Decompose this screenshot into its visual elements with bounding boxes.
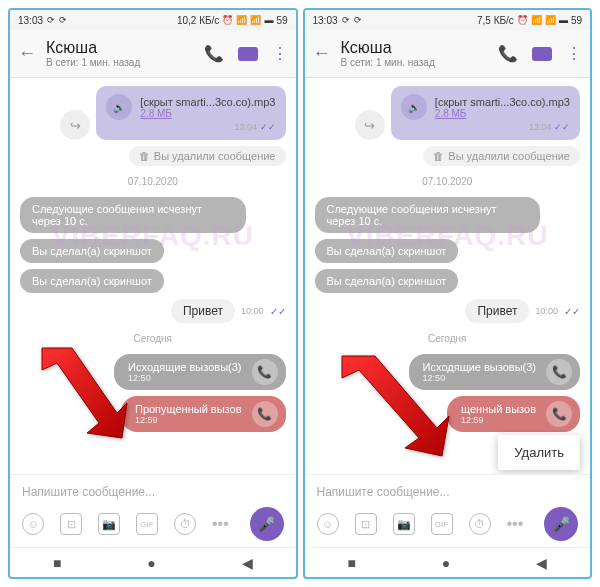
more-icon[interactable]: ⋮	[272, 44, 288, 63]
screenshot-notice: Вы сделал(а) скриншот	[315, 239, 459, 263]
chat-header: ← Ксюша В сети: 1 мин. назад 📞 ⋮	[305, 30, 591, 78]
video-call-icon[interactable]	[532, 47, 552, 61]
gallery-icon[interactable]: ⊡	[355, 513, 377, 535]
timer-icon[interactable]: ⏱	[469, 513, 491, 535]
battery-pct: 59	[276, 15, 287, 26]
message-input[interactable]: Напишите сообщение...	[317, 481, 579, 503]
read-ticks-icon: ✓✓	[554, 122, 570, 132]
camera-icon[interactable]: 📷	[98, 513, 120, 535]
mic-button[interactable]: 🎤	[250, 507, 284, 541]
call-time: 12:50	[423, 373, 536, 383]
context-menu-delete[interactable]: Удалить	[498, 435, 580, 470]
nav-home-icon[interactable]: ●	[147, 555, 155, 571]
nav-back-icon[interactable]: ◀	[242, 555, 253, 571]
chat-area[interactable]: VIBERFAQ.RU ↪ 🔊 [скрыт smarti...3co.co).…	[305, 78, 591, 474]
own-message[interactable]: Привет	[171, 299, 235, 323]
msg-time: 10:00	[241, 306, 264, 316]
own-message[interactable]: Привет	[465, 299, 529, 323]
call-label: Пропущенный вызов	[135, 403, 242, 415]
share-button[interactable]: ↪	[60, 110, 90, 140]
gallery-icon[interactable]: ⊡	[60, 513, 82, 535]
audio-filename: [скрыт smarti...3co.co).mp3	[435, 96, 570, 108]
deleted-message: 🗑 Вы удалили сообщение	[129, 146, 286, 166]
signal-icon: 📶	[531, 15, 542, 25]
nav-recent-icon[interactable]: ■	[53, 555, 61, 571]
phone-icon[interactable]: 📞	[252, 401, 278, 427]
audio-size: 2.8 МБ	[140, 108, 275, 119]
audio-message[interactable]: 🔊 [скрыт smarti...3co.co).mp3 2.8 МБ 13:…	[391, 86, 580, 140]
outgoing-call-entry[interactable]: Исходящие вызовы(3) 12:50 📞	[114, 354, 285, 390]
read-ticks-icon: ✓✓	[260, 122, 276, 132]
nav-bar: ■ ● ◀	[10, 547, 296, 577]
screenshot-notice: Вы сделал(а) скриншот	[20, 269, 164, 293]
phone-icon[interactable]: 📞	[546, 359, 572, 385]
battery-icon: ▬	[264, 15, 273, 25]
call-icon[interactable]: 📞	[204, 44, 224, 63]
read-ticks-icon: ✓✓	[564, 306, 580, 317]
wifi-icon: 📶	[545, 15, 556, 25]
nav-recent-icon[interactable]: ■	[347, 555, 355, 571]
sync-icon: ⟳	[342, 15, 350, 25]
gif-icon[interactable]: GIF	[431, 513, 453, 535]
nav-home-icon[interactable]: ●	[442, 555, 450, 571]
call-time: 12:59	[135, 415, 242, 425]
msg-time: 10:00	[535, 306, 558, 316]
back-button[interactable]: ←	[18, 43, 46, 64]
chat-header: ← Ксюша В сети: 1 мин. назад 📞 ⋮	[10, 30, 296, 78]
contact-name[interactable]: Ксюша	[341, 39, 499, 57]
missed-call-entry[interactable]: щенный вызов 12:59 📞	[447, 396, 580, 432]
msg-time: 13:04	[234, 122, 257, 132]
status-time: 13:03	[18, 15, 43, 26]
more-icon[interactable]: ⋮	[566, 44, 582, 63]
sync-icon: ⟳	[59, 15, 67, 25]
sticker-icon[interactable]: ☺	[22, 513, 44, 535]
sticker-icon[interactable]: ☺	[317, 513, 339, 535]
alarm-icon: ⏰	[517, 15, 528, 25]
camera-icon[interactable]: 📷	[393, 513, 415, 535]
audio-size: 2.8 МБ	[435, 108, 570, 119]
deleted-message: 🗑 Вы удалили сообщение	[423, 146, 580, 166]
call-time: 12:59	[461, 415, 536, 425]
play-icon[interactable]: 🔊	[106, 94, 132, 120]
contact-status: В сети: 1 мин. назад	[341, 57, 499, 68]
chat-area[interactable]: VIBERFAQ.RU ↪ 🔊 [скрыт smarti...3co.co).…	[10, 78, 296, 474]
timer-icon[interactable]: ⏱	[174, 513, 196, 535]
missed-call-entry[interactable]: Пропущенный вызов 12:59 📞	[121, 396, 286, 432]
phone-icon[interactable]: 📞	[546, 401, 572, 427]
call-label: Исходящие вызовы(3)	[128, 361, 241, 373]
msg-time: 13:04	[529, 122, 552, 132]
gif-icon[interactable]: GIF	[136, 513, 158, 535]
audio-message[interactable]: 🔊 [скрыт smarti...3co.co).mp3 2.8 МБ 13:…	[96, 86, 285, 140]
back-button[interactable]: ←	[313, 43, 341, 64]
net-speed: 10,2 КБ/с	[177, 15, 219, 26]
trash-icon: 🗑	[139, 150, 150, 162]
input-bar: Напишите сообщение... ☺ ⊡ 📷 GIF ⏱ ••• 🎤	[10, 474, 296, 547]
more-icon[interactable]: •••	[212, 515, 229, 533]
status-bar: 13:03 ⟳ ⟳ 10,2 КБ/с ⏰ 📶 📶 ▬ 59	[10, 10, 296, 30]
contact-name[interactable]: Ксюша	[46, 39, 204, 57]
signal-icon: 📶	[236, 15, 247, 25]
trash-icon: 🗑	[433, 150, 444, 162]
more-icon[interactable]: •••	[507, 515, 524, 533]
date-divider: 07.10.2020	[20, 176, 286, 187]
phone-icon[interactable]: 📞	[252, 359, 278, 385]
call-icon[interactable]: 📞	[498, 44, 518, 63]
play-icon[interactable]: 🔊	[401, 94, 427, 120]
nav-bar: ■ ● ◀	[305, 547, 591, 577]
outgoing-call-entry[interactable]: Исходящие вызовы(3) 12:50 📞	[409, 354, 580, 390]
battery-pct: 59	[571, 15, 582, 26]
call-label: щенный вызов	[461, 403, 536, 415]
date-divider: Сегодня	[315, 333, 581, 344]
call-time: 12:50	[128, 373, 241, 383]
call-label: Исходящие вызовы(3)	[423, 361, 536, 373]
message-input[interactable]: Напишите сообщение...	[22, 481, 284, 503]
sync-icon: ⟳	[47, 15, 55, 25]
read-ticks-icon: ✓✓	[270, 306, 286, 317]
nav-back-icon[interactable]: ◀	[536, 555, 547, 571]
mic-button[interactable]: 🎤	[544, 507, 578, 541]
contact-status: В сети: 1 мин. назад	[46, 57, 204, 68]
screenshot-notice: Вы сделал(а) скриншот	[20, 239, 164, 263]
share-button[interactable]: ↪	[355, 110, 385, 140]
ephemeral-notice: Следующие сообщения исчезнут через 10 с.	[20, 197, 246, 233]
video-call-icon[interactable]	[238, 47, 258, 61]
